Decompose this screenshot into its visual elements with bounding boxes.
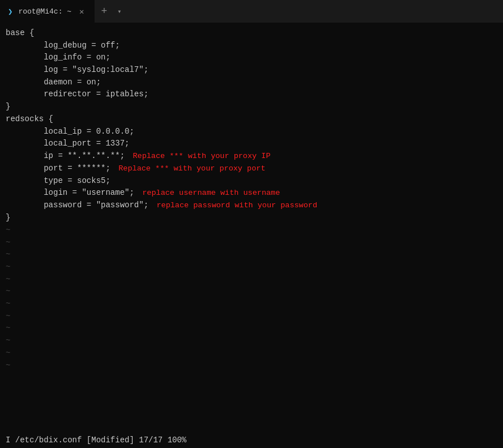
tilde-block: ~~~~~~~~~~~~ — [6, 224, 497, 372]
terminal-window: ❯ root@Mi4c: ~ ✕ + ▾ base { log_debug = … — [0, 0, 503, 448]
code-line: base { — [6, 27, 497, 40]
code-block: base { log_debug = off; log_info = on; l… — [6, 27, 497, 224]
code-line: log = "syslog:local7"; — [6, 64, 497, 76]
active-tab[interactable]: ❯ root@Mi4c: ~ ✕ — [0, 0, 95, 23]
terminal-content: base { log_debug = off; log_info = on; l… — [0, 23, 503, 432]
tilde-line: ~ — [6, 285, 497, 298]
new-tab-button[interactable]: + — [97, 6, 112, 17]
code-line: login = "username"; replace username wit… — [6, 187, 497, 199]
code-line: daemon = on; — [6, 76, 497, 89]
code-text: daemon = on; — [6, 76, 101, 89]
status-text: I /etc/bdix.conf [Modified] 17/17 100% — [6, 436, 186, 445]
tilde-line: ~ — [6, 274, 497, 286]
tab-dropdown-button[interactable]: ▾ — [114, 7, 125, 16]
code-line: } — [6, 212, 497, 224]
tilde-line: ~ — [6, 360, 497, 372]
tilde-line: ~ — [6, 224, 497, 237]
code-line: password = "password"; replace password … — [6, 199, 497, 212]
tilde-line: ~ — [6, 347, 497, 360]
code-text: log_info = on; — [6, 52, 110, 64]
code-line: ip = **.**.**.**; Replace *** with your … — [6, 150, 497, 163]
annotation-text: Replace *** with your proxy IP — [133, 151, 270, 163]
tab-bar: ❯ root@Mi4c: ~ ✕ + ▾ — [0, 0, 503, 23]
tilde-line: ~ — [6, 335, 497, 347]
code-line: } — [6, 101, 497, 113]
close-tab-button[interactable]: ✕ — [77, 6, 86, 18]
tilde-line: ~ — [6, 261, 497, 274]
code-line: local_port = 1337; — [6, 138, 497, 150]
status-bar: I /etc/bdix.conf [Modified] 17/17 100% — [0, 432, 503, 448]
tab-title: root@Mi4c: ~ — [18, 7, 71, 16]
code-text: password = "password"; — [6, 199, 153, 212]
terminal-icon: ❯ — [8, 7, 12, 16]
code-line: redirector = iptables; — [6, 88, 497, 101]
code-line: local_ip = 0.0.0.0; — [6, 126, 497, 138]
code-text: redirector = iptables; — [6, 88, 148, 101]
code-text: login = "username"; — [6, 187, 139, 199]
tilde-line: ~ — [6, 310, 497, 323]
tab-controls: + ▾ — [97, 6, 125, 17]
code-text: local_ip = 0.0.0.0; — [6, 126, 134, 138]
code-text: port = ******; — [6, 163, 115, 175]
code-line: log_info = on; — [6, 52, 497, 64]
code-text: type = socks5; — [6, 175, 110, 187]
annotation-text: replace password with your password — [156, 200, 317, 212]
code-line: port = ******; Replace *** with your pro… — [6, 163, 497, 175]
code-text: ip = **.**.**.**; — [6, 150, 129, 163]
tilde-line: ~ — [6, 249, 497, 261]
code-text: } — [6, 101, 10, 113]
code-text: log_debug = off; — [6, 40, 120, 52]
tilde-line: ~ — [6, 322, 497, 335]
code-text: base { — [6, 27, 34, 40]
tilde-line: ~ — [6, 237, 497, 249]
code-line: log_debug = off; — [6, 40, 497, 52]
code-text: } — [6, 212, 10, 224]
annotation-text: replace username with username — [142, 187, 280, 199]
tilde-line: ~ — [6, 298, 497, 310]
code-line: redsocks { — [6, 113, 497, 126]
code-text: redsocks { — [6, 113, 53, 126]
code-text: log = "syslog:local7"; — [6, 64, 148, 76]
annotation-text: Replace *** with your proxy port — [118, 163, 265, 175]
code-text: local_port = 1337; — [6, 138, 129, 150]
code-line: type = socks5; — [6, 175, 497, 187]
